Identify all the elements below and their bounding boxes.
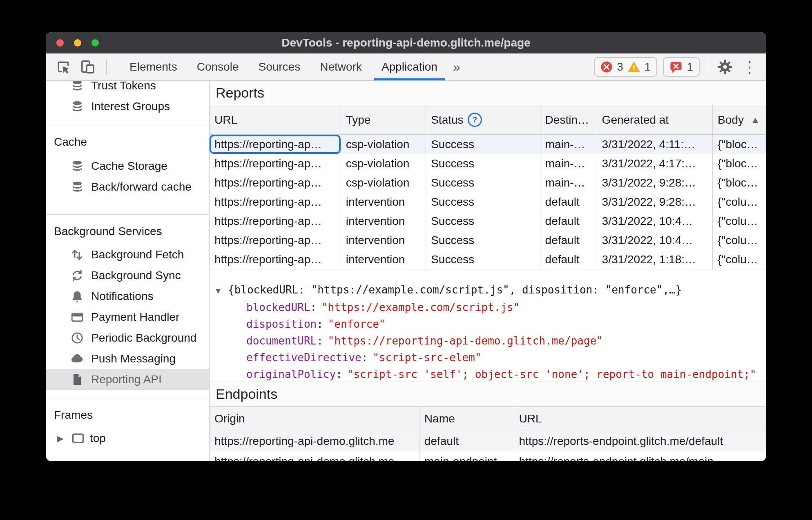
column-header-origin[interactable]: Origin — [210, 407, 419, 431]
settings-gear-icon[interactable] — [716, 58, 734, 76]
tab-application[interactable]: Application — [372, 53, 447, 80]
report-url-cell[interactable]: https://reporting-ap… — [210, 173, 341, 192]
report-url-cell[interactable]: https://reporting-ap… — [210, 231, 341, 250]
tab-console[interactable]: Console — [187, 53, 249, 80]
sidebar-item-cache-storage[interactable]: Cache Storage — [46, 156, 209, 176]
report-destination-cell[interactable]: default — [540, 192, 597, 211]
sidebar-item-interest-groups[interactable]: Interest Groups — [46, 96, 209, 117]
endpoint-name-cell: main-endpoint — [419, 451, 514, 461]
report-generated-cell[interactable]: 3/31/2022, 10:4… — [597, 231, 713, 250]
column-header-destination[interactable]: Destin… — [540, 105, 597, 134]
zoom-window-button[interactable] — [91, 39, 99, 47]
expand-frame-icon[interactable]: ▶ — [57, 433, 66, 443]
sidebar-item-label: Payment Handler — [91, 311, 179, 324]
sidebar-item-periodic-background[interactable]: Periodic Background — [46, 327, 209, 348]
report-url-cell[interactable]: https://reporting-ap… — [210, 250, 341, 269]
report-url-cell[interactable]: https://reporting-ap… — [210, 192, 341, 211]
report-generated-cell[interactable]: 3/31/2022, 9:28:… — [597, 192, 713, 211]
report-url-cell[interactable]: https://reporting-ap… — [210, 154, 341, 173]
table-row[interactable]: https://reporting-ap… intervention Succe… — [210, 192, 766, 211]
table-row[interactable]: https://reporting-ap… intervention Succe… — [210, 211, 766, 231]
table-row[interactable]: https://reporting-ap… intervention Succe… — [210, 231, 766, 250]
application-sidebar: Trust Tokens Interest Groups Cache Cache… — [46, 81, 210, 461]
table-row[interactable]: https://reporting-ap… intervention Succe… — [210, 250, 766, 269]
json-preview-line[interactable]: ▼{blockedURL: "https://example.com/scrip… — [216, 282, 766, 299]
clock-icon — [70, 331, 84, 345]
report-destination-cell[interactable]: main-… — [540, 154, 597, 173]
report-body-cell[interactable]: {"bloc… — [713, 173, 766, 192]
sidebar-section-background-services: Background Services — [46, 221, 209, 242]
report-destination-cell[interactable]: default — [540, 211, 597, 231]
sidebar-item-push-messaging[interactable]: Push Messaging — [46, 348, 209, 369]
report-status-cell[interactable]: Success — [426, 154, 540, 173]
report-type-cell[interactable]: intervention — [341, 211, 426, 231]
table-row: https://reporting-api-demo.glitch.me def… — [210, 431, 766, 451]
more-tabs-icon[interactable]: » — [447, 53, 466, 80]
column-header-endpoint-url[interactable]: URL — [514, 407, 766, 431]
column-header-status[interactable]: Status ? — [426, 105, 540, 134]
report-status-cell[interactable]: Success — [426, 173, 540, 192]
report-url-cell[interactable]: https://reporting-ap… — [210, 135, 341, 154]
report-status-cell[interactable]: Success — [426, 231, 540, 250]
sidebar-item-top-frame[interactable]: ▶ top — [46, 428, 209, 449]
report-body-cell[interactable]: {"colu… — [713, 211, 766, 231]
report-generated-cell[interactable]: 3/31/2022, 9:28:… — [597, 173, 713, 192]
column-header-name[interactable]: Name — [419, 407, 514, 431]
minimize-window-button[interactable] — [74, 39, 81, 47]
report-destination-cell[interactable]: main-… — [540, 135, 597, 154]
console-status-badge[interactable]: 3 1 — [594, 57, 657, 77]
sidebar-item-reporting-api[interactable]: Reporting API — [46, 369, 209, 390]
sidebar-item-background-fetch[interactable]: Background Fetch — [46, 244, 209, 265]
column-header-body[interactable]: Body ▲ — [713, 105, 766, 134]
column-header-generated-at[interactable]: Generated at — [597, 105, 713, 134]
report-status-cell[interactable]: Success — [426, 192, 540, 211]
collapse-triangle-icon[interactable]: ▼ — [216, 282, 228, 299]
report-type-cell[interactable]: intervention — [341, 231, 426, 250]
sidebar-item-background-sync[interactable]: Background Sync — [46, 265, 209, 286]
report-body-cell[interactable]: {"colu… — [713, 231, 766, 250]
report-body-cell[interactable]: {"colu… — [713, 250, 766, 269]
column-header-url[interactable]: URL — [210, 105, 341, 134]
report-type-cell[interactable]: csp-violation — [341, 173, 426, 192]
database-icon — [70, 159, 84, 173]
issues-icon — [669, 60, 683, 73]
device-toolbar-icon[interactable] — [79, 58, 96, 76]
report-type-cell[interactable]: csp-violation — [341, 154, 426, 173]
table-row[interactable]: https://reporting-ap… csp-violation Succ… — [210, 135, 766, 154]
issues-badge[interactable]: 1 — [663, 57, 700, 77]
sidebar-item-label: Back/forward cache — [91, 180, 192, 193]
tab-sources[interactable]: Sources — [248, 53, 310, 80]
column-header-type[interactable]: Type — [341, 105, 426, 134]
report-destination-cell[interactable]: default — [540, 231, 597, 250]
reports-table-body: https://reporting-ap… csp-violation Succ… — [210, 135, 766, 269]
report-type-cell[interactable]: intervention — [341, 250, 426, 269]
report-type-cell[interactable]: intervention — [341, 192, 426, 211]
report-status-cell[interactable]: Success — [426, 250, 540, 269]
table-row[interactable]: https://reporting-ap… csp-violation Succ… — [210, 154, 766, 173]
tab-elements[interactable]: Elements — [120, 53, 187, 80]
tab-network[interactable]: Network — [310, 53, 372, 80]
report-destination-cell[interactable]: default — [540, 250, 597, 269]
report-status-cell[interactable]: Success — [426, 135, 540, 154]
inspect-element-icon[interactable] — [55, 58, 72, 76]
report-body-cell[interactable]: {"bloc… — [713, 135, 766, 154]
sidebar-item-notifications[interactable]: Notifications — [46, 286, 209, 307]
report-body-cell[interactable]: {"colu… — [713, 192, 766, 211]
table-row[interactable]: https://reporting-ap… csp-violation Succ… — [210, 173, 766, 192]
more-options-kebab-icon[interactable]: ⋮ — [739, 59, 760, 75]
report-generated-cell[interactable]: 3/31/2022, 4:11:… — [597, 135, 713, 154]
sidebar-item-trust-tokens[interactable]: Trust Tokens — [46, 81, 209, 96]
report-body-cell[interactable]: {"bloc… — [713, 154, 766, 173]
report-generated-cell[interactable]: 3/31/2022, 1:18:… — [597, 250, 713, 269]
sidebar-item-payment-handler[interactable]: Payment Handler — [46, 307, 209, 327]
report-url-cell[interactable]: https://reporting-ap… — [210, 211, 341, 231]
report-type-cell[interactable]: csp-violation — [341, 135, 426, 154]
status-help-icon[interactable]: ? — [468, 113, 482, 127]
sidebar-item-back-forward-cache[interactable]: Back/forward cache — [46, 176, 209, 197]
endpoints-section-title: Endpoints — [210, 382, 766, 407]
report-destination-cell[interactable]: main-… — [540, 173, 597, 192]
close-window-button[interactable] — [56, 39, 64, 47]
report-status-cell[interactable]: Success — [426, 211, 540, 231]
report-generated-cell[interactable]: 3/31/2022, 4:17:… — [597, 154, 713, 173]
report-generated-cell[interactable]: 3/31/2022, 10:4… — [597, 211, 713, 231]
